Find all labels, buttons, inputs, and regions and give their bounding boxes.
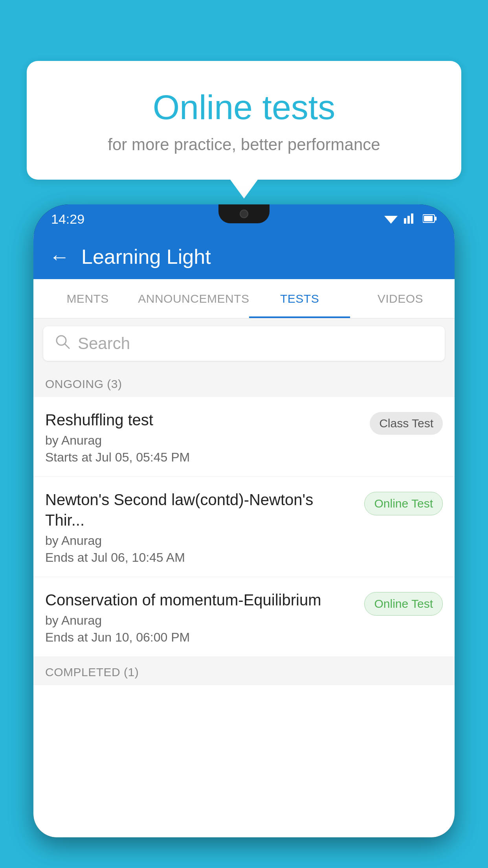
section-header-ongoing: ONGOING (3) [33, 369, 455, 397]
svg-rect-2 [407, 216, 410, 224]
test-time-2: Ends at Jul 06, 10:45 AM [45, 550, 356, 565]
phone-wrapper: 14:29 [33, 204, 455, 868]
section-header-completed: COMPLETED (1) [33, 657, 455, 685]
battery-icon [423, 211, 437, 227]
app-title: Learning Light [81, 245, 211, 268]
tab-ments[interactable]: MENTS [37, 279, 138, 318]
speech-bubble-container: Online tests for more practice, better p… [27, 61, 461, 180]
search-bar[interactable]: Search [43, 326, 445, 361]
tab-videos[interactable]: VIDEOS [350, 279, 451, 318]
test-time-1: Starts at Jul 05, 05:45 PM [45, 450, 362, 465]
phone-screen: ← Learning Light MENTS ANNOUNCEMENTS TES… [33, 234, 455, 837]
tab-tests[interactable]: TESTS [249, 279, 350, 318]
search-input-placeholder[interactable]: Search [78, 334, 130, 353]
search-icon [55, 334, 70, 353]
test-name-1: Reshuffling test [45, 410, 362, 430]
tab-announcements[interactable]: ANNOUNCEMENTS [138, 279, 249, 318]
phone-frame: 14:29 [33, 204, 455, 837]
test-author-1: by Anurag [45, 433, 362, 448]
test-author-2: by Anurag [45, 533, 356, 548]
notch [218, 204, 270, 223]
signal-icon [404, 211, 416, 227]
svg-rect-3 [411, 213, 413, 224]
section-title-ongoing: ONGOING (3) [45, 377, 122, 390]
svg-line-8 [65, 344, 69, 348]
svg-rect-6 [424, 216, 433, 221]
test-name-3: Conservation of momentum-Equilibrium [45, 590, 356, 610]
search-bar-container: Search [33, 318, 455, 369]
test-author-3: by Anurag [45, 613, 356, 628]
status-bar: 14:29 [33, 204, 455, 234]
bubble-subtitle: for more practice, better performance [50, 135, 438, 154]
svg-rect-1 [404, 218, 406, 224]
svg-rect-5 [435, 217, 437, 221]
status-icons [384, 211, 437, 227]
test-badge-3: Online Test [364, 592, 443, 616]
test-time-3: Ends at Jun 10, 06:00 PM [45, 630, 356, 645]
tabs-bar: MENTS ANNOUNCEMENTS TESTS VIDEOS [33, 279, 455, 318]
test-badge-1: Class Test [370, 412, 443, 435]
section-title-completed: COMPLETED (1) [45, 666, 139, 679]
test-list: Reshuffling test by Anurag Starts at Jul… [33, 397, 455, 657]
test-info-1: Reshuffling test by Anurag Starts at Jul… [45, 410, 362, 465]
back-button[interactable]: ← [49, 245, 70, 268]
status-time: 14:29 [51, 211, 84, 227]
camera-dot [240, 210, 248, 218]
wifi-icon [384, 211, 398, 227]
test-name-2: Newton's Second law(contd)-Newton's Thir… [45, 489, 356, 530]
test-info-3: Conservation of momentum-Equilibrium by … [45, 590, 356, 645]
bubble-title: Online tests [50, 88, 438, 127]
svg-marker-0 [384, 216, 398, 224]
speech-bubble: Online tests for more practice, better p… [27, 61, 461, 180]
test-badge-2: Online Test [364, 492, 443, 515]
app-header: ← Learning Light [33, 234, 455, 279]
test-item-2[interactable]: Newton's Second law(contd)-Newton's Thir… [33, 477, 455, 577]
test-item-3[interactable]: Conservation of momentum-Equilibrium by … [33, 577, 455, 657]
test-info-2: Newton's Second law(contd)-Newton's Thir… [45, 489, 356, 565]
test-item-1[interactable]: Reshuffling test by Anurag Starts at Jul… [33, 397, 455, 477]
